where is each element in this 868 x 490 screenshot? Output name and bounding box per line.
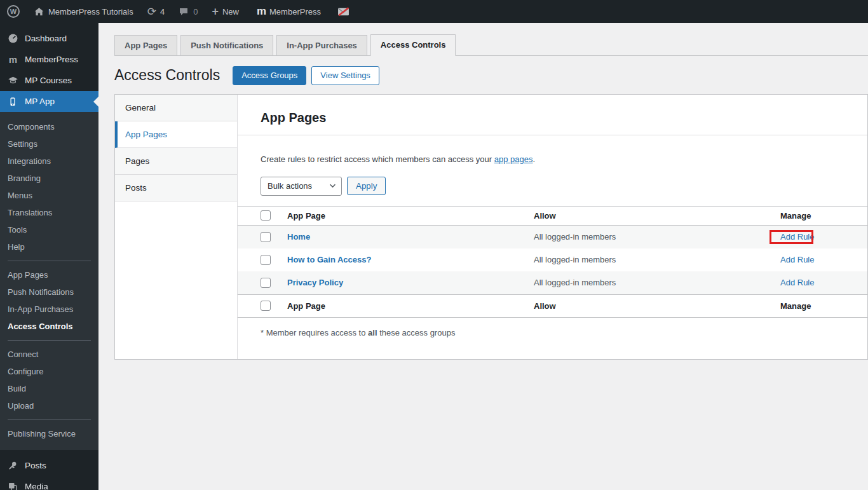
submenu-item-app-pages[interactable]: App Pages <box>0 266 98 283</box>
media-icon <box>6 480 19 490</box>
apply-button[interactable]: Apply <box>347 177 386 195</box>
app-pages-link[interactable]: app pages <box>494 154 533 164</box>
column-header-app-page: App Page <box>287 211 534 221</box>
app-pages-table: App Page Allow Manage Home All logged-in… <box>238 206 867 318</box>
add-rule-link[interactable]: Add Rule <box>780 255 814 264</box>
sidebar-item-memberpress[interactable]: m MemberPress <box>0 49 98 70</box>
add-rule-link[interactable]: Add Rule <box>780 278 814 287</box>
submenu-item-help[interactable]: Help <box>0 238 98 255</box>
comment-bubble-icon <box>179 6 189 17</box>
app-page-title-cell: Privacy Policy <box>287 278 534 287</box>
table-header-row: App Page Allow Manage <box>238 207 867 226</box>
submenu-item-upload[interactable]: Upload <box>0 397 98 414</box>
memberpress-adminbar-label: MemberPress <box>269 7 321 17</box>
mp-app-submenu: Components Settings Integrations Brandin… <box>0 112 98 450</box>
manage-cell: Add Rule <box>780 255 867 264</box>
subnav-item-posts[interactable]: Posts <box>115 175 237 201</box>
subnav-item-general[interactable]: General <box>115 95 237 121</box>
sidebar-item-label: Posts <box>25 461 46 470</box>
row-checkbox[interactable] <box>261 255 271 265</box>
chevron-down-icon <box>329 184 336 188</box>
add-rule-link[interactable]: Add Rule <box>780 232 814 242</box>
manage-cell: Add Rule <box>780 278 867 287</box>
envelope-flag-icon <box>337 7 349 17</box>
home-icon <box>34 6 44 17</box>
submenu-item-connect[interactable]: Connect <box>0 346 98 363</box>
sidebar-item-mp-courses[interactable]: MP Courses <box>0 70 98 91</box>
tab-push-notifications[interactable]: Push Notifications <box>180 35 273 55</box>
active-menu-arrow-icon <box>93 97 98 107</box>
memberpress-logo-icon: m <box>257 6 266 17</box>
footnote-bold: all <box>368 328 377 337</box>
sidebar-item-label: MP App <box>25 97 55 106</box>
bulk-actions-select[interactable]: Bulk actions <box>261 177 342 196</box>
row-checkbox[interactable] <box>261 232 271 242</box>
access-controls-panel: General App Pages Pages Posts App Pages … <box>114 94 868 360</box>
view-settings-button[interactable]: View Settings <box>311 66 379 85</box>
submenu-divider <box>8 340 91 341</box>
submenu-item-translations[interactable]: Translations <box>0 204 98 221</box>
sidebar-item-label: MemberPress <box>25 55 78 64</box>
app-page-link[interactable]: Privacy Policy <box>287 278 343 287</box>
submenu-item-configure[interactable]: Configure <box>0 363 98 380</box>
submenu-item-menus[interactable]: Menus <box>0 187 98 204</box>
sidebar-item-mp-app[interactable]: MP App <box>0 91 98 112</box>
tab-app-pages[interactable]: App Pages <box>114 35 177 55</box>
graduation-cap-icon <box>6 74 19 87</box>
sidebar-item-label: Media <box>25 482 48 490</box>
submenu-item-access-controls[interactable]: Access Controls <box>0 318 98 335</box>
section-heading: App Pages <box>238 95 867 135</box>
submenu-item-tools[interactable]: Tools <box>0 221 98 238</box>
column-footer-app-page: App Page <box>287 301 534 311</box>
section-description: Create rules to restrict access which me… <box>261 154 844 164</box>
site-name: MemberPress Tutorials <box>48 7 133 17</box>
sidebar-item-media[interactable]: Media <box>0 476 98 490</box>
submenu-divider <box>8 261 91 261</box>
bulk-actions-row: Bulk actions Apply <box>261 177 844 196</box>
table-row: Home All logged-in members Add Rule <box>238 226 867 248</box>
new-label: New <box>222 7 239 17</box>
subnav-item-pages[interactable]: Pages <box>115 148 237 175</box>
pushpin-icon <box>6 459 19 472</box>
submenu-item-components[interactable]: Components <box>0 118 98 135</box>
app-page-link[interactable]: How to Gain Access? <box>287 255 371 264</box>
allow-cell: All logged-in members <box>534 232 780 242</box>
column-footer-allow: Allow <box>534 301 780 311</box>
description-text: Create rules to restrict access which me… <box>261 154 494 164</box>
wordpress-logo-menu[interactable]: W <box>0 0 27 23</box>
access-groups-button[interactable]: Access Groups <box>233 66 306 85</box>
sidebar-item-dashboard[interactable]: Dashboard <box>0 28 98 49</box>
submenu-item-in-app-purchases[interactable]: In-App Purchases <box>0 301 98 318</box>
sidebar-item-posts[interactable]: Posts <box>0 455 98 476</box>
tab-access-controls[interactable]: Access Controls <box>370 34 456 56</box>
page-title: Access Controls <box>114 67 220 84</box>
updates-menu[interactable]: ⟳ 4 <box>140 0 172 23</box>
updates-icon: ⟳ <box>147 6 156 17</box>
comments-menu[interactable]: 0 <box>172 0 205 23</box>
column-footer-manage: Manage <box>780 301 867 311</box>
settings-subnav: General App Pages Pages Posts <box>115 95 238 359</box>
submenu-item-build[interactable]: Build <box>0 380 98 397</box>
table-row: How to Gain Access? All logged-in member… <box>238 248 867 271</box>
column-header-manage: Manage <box>780 211 867 221</box>
submenu-item-integrations[interactable]: Integrations <box>0 153 98 170</box>
notification-mail-menu[interactable] <box>330 0 356 23</box>
new-content-menu[interactable]: + New <box>205 0 246 23</box>
admin-sidebar: Dashboard m MemberPress MP Courses MP Ap… <box>0 23 98 490</box>
submenu-item-branding[interactable]: Branding <box>0 170 98 187</box>
row-checkbox[interactable] <box>261 278 271 288</box>
tab-in-app-purchases[interactable]: In-App Purchases <box>276 35 367 55</box>
submenu-item-push-notifications[interactable]: Push Notifications <box>0 283 98 301</box>
app-page-link[interactable]: Home <box>287 232 310 242</box>
select-all-checkbox[interactable] <box>261 301 271 311</box>
table-row: Privacy Policy All logged-in members Add… <box>238 271 867 294</box>
select-all-checkbox[interactable] <box>261 210 271 221</box>
subnav-item-app-pages[interactable]: App Pages <box>115 121 237 148</box>
submenu-item-publishing-service[interactable]: Publishing Service <box>0 425 98 442</box>
memberpress-adminbar-menu[interactable]: m MemberPress <box>250 0 328 23</box>
manage-cell: Add Rule <box>780 232 867 242</box>
site-name-menu[interactable]: MemberPress Tutorials <box>27 0 140 23</box>
main-content: App Pages Push Notifications In-App Purc… <box>98 23 868 360</box>
admin-bar: W MemberPress Tutorials ⟳ 4 0 + New m Me… <box>0 0 868 23</box>
submenu-item-settings[interactable]: Settings <box>0 135 98 153</box>
